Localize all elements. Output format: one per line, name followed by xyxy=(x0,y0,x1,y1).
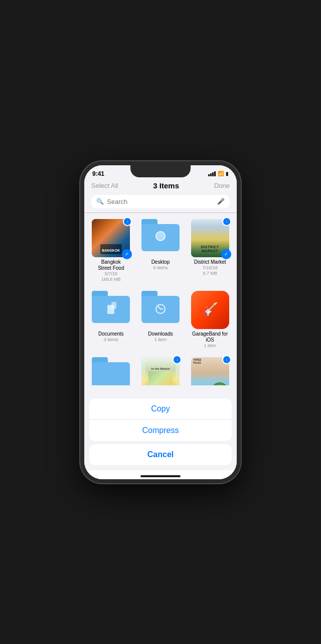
file-name: GarageBand for iOS xyxy=(189,331,231,343)
file-meta: 1 item xyxy=(204,343,216,349)
file-thumbnail: DISTRICTMARKET ↓ ✓ xyxy=(191,219,229,257)
file-name: Documents xyxy=(98,331,124,337)
partial-files-row: In the Market ↓ THREETALES xyxy=(88,355,233,385)
search-input[interactable] xyxy=(107,198,214,205)
file-meta: 7/16/186.7 MB xyxy=(203,265,218,277)
check-badge: ✓ xyxy=(221,249,231,259)
list-item[interactable] xyxy=(88,355,134,385)
status-icons: 📶 ▮ xyxy=(208,171,229,176)
files-grid: BANGKOK ↓ ✓ BangkokStreet Food 5/7/18169… xyxy=(88,217,233,351)
file-thumbnail: 🎸 xyxy=(191,291,229,329)
phone-frame: 9:41 📶 ▮ Select All 3 Items Done 🔍 xyxy=(80,161,241,483)
status-time: 9:41 xyxy=(92,170,104,177)
compress-button[interactable]: Compress xyxy=(89,420,232,441)
download-badge: ↓ xyxy=(173,355,182,364)
folder-thumb xyxy=(92,357,130,385)
nav-title: 3 Items xyxy=(153,181,179,190)
list-item[interactable]: DISTRICTMARKET ↓ ✓ District Market 7/16/… xyxy=(187,217,233,285)
download-badge: ↓ xyxy=(222,355,231,364)
file-meta: 3 items xyxy=(104,337,118,343)
file-name: District Market xyxy=(194,259,226,265)
list-item[interactable]: Documents 3 items xyxy=(88,289,134,351)
mic-icon[interactable]: 🎤 xyxy=(217,198,225,205)
file-thumbnail xyxy=(92,357,130,385)
file-name: Downloads xyxy=(148,331,173,337)
guitar-icon: 🎸 xyxy=(201,301,219,318)
search-icon: 🔍 xyxy=(96,198,104,205)
action-group-primary: Copy Compress xyxy=(89,398,232,441)
status-bar: 9:41 📶 ▮ xyxy=(84,165,237,179)
top-nav: Select All 3 Items Done xyxy=(84,179,237,193)
battery-icon: ▮ xyxy=(226,171,229,176)
search-bar[interactable]: 🔍 🎤 xyxy=(91,195,230,208)
download-icon: ↓ xyxy=(223,218,230,225)
file-thumbnail xyxy=(92,291,130,329)
screen: 9:41 📶 ▮ Select All 3 Items Done 🔍 xyxy=(84,165,237,479)
folder-thumb xyxy=(92,291,130,323)
select-all-button[interactable]: Select All xyxy=(91,182,118,189)
file-thumbnail xyxy=(141,291,180,329)
garageband-image: 🎸 xyxy=(191,291,229,329)
folder-thumb xyxy=(141,219,180,251)
file-name: BangkokStreet Food xyxy=(98,259,124,271)
file-meta: 6 items xyxy=(153,265,168,271)
list-item[interactable]: In the Market ↓ xyxy=(138,355,184,385)
file-thumbnail: THREETALES ↓ xyxy=(191,357,229,385)
list-item[interactable]: Downloads 1 item xyxy=(138,289,184,351)
list-item[interactable]: Desktop 6 items xyxy=(138,217,184,285)
home-indicator xyxy=(84,470,237,479)
list-item[interactable]: 🎸 GarageBand for iOS 1 item xyxy=(187,289,233,351)
file-thumbnail: In the Market ↓ xyxy=(141,357,180,385)
download-icon: ↓ xyxy=(124,218,131,225)
file-meta: 5/7/18169.6 MB xyxy=(101,271,121,283)
file-thumbnail: BANGKOK ↓ ✓ xyxy=(92,219,130,257)
folder-thumb xyxy=(141,291,180,323)
copy-button[interactable]: Copy xyxy=(89,398,232,420)
done-button[interactable]: Done xyxy=(214,182,230,189)
file-thumbnail xyxy=(141,219,180,257)
list-item[interactable]: THREETALES ↓ xyxy=(187,355,233,385)
signal-icon xyxy=(208,171,216,176)
download-icon: ↓ xyxy=(174,356,181,363)
home-bar xyxy=(140,475,181,477)
file-name: Desktop xyxy=(151,259,170,265)
action-sheet: Copy Compress Cancel xyxy=(84,395,237,470)
list-item[interactable]: BANGKOK ↓ ✓ BangkokStreet Food 5/7/18169… xyxy=(88,217,134,285)
file-meta: 1 item xyxy=(154,337,167,343)
check-badge: ✓ xyxy=(122,249,132,259)
download-badge: ↓ xyxy=(123,217,132,226)
files-area: BANGKOK ↓ ✓ BangkokStreet Food 5/7/18169… xyxy=(84,213,237,395)
wifi-icon: 📶 xyxy=(218,171,224,176)
download-icon: ↓ xyxy=(223,356,230,363)
search-bar-wrapper: 🔍 🎤 xyxy=(84,193,237,212)
cancel-button[interactable]: Cancel xyxy=(89,444,232,465)
download-badge: ↓ xyxy=(222,217,231,226)
